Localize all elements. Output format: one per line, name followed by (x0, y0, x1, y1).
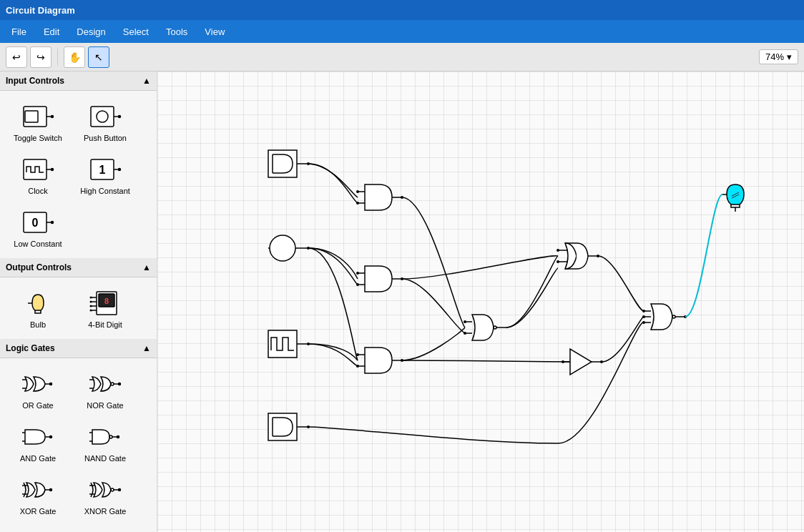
high-constant-label: High Constant (80, 187, 130, 195)
zoom-value: 74% (765, 51, 784, 62)
zoom-dropdown-icon: ▾ (787, 51, 792, 62)
svg-point-24 (90, 297, 92, 299)
menu-select[interactable]: Select (114, 24, 157, 40)
section-logic-gates-label: Logic Gates (6, 343, 55, 353)
svg-point-48 (117, 436, 119, 438)
section-output-controls[interactable]: Output Controls ▲ (0, 258, 157, 277)
component-push-button[interactable]: Push Button (73, 97, 137, 147)
svg-point-43 (50, 436, 52, 438)
4bit-digit-icon: 8 (84, 287, 127, 319)
component-4bit-digit[interactable]: 8 4-Bit Digit (73, 283, 137, 333)
redo-button[interactable]: ↪ (30, 46, 52, 68)
xnor-gate-icon (84, 474, 127, 506)
svg-point-10 (52, 169, 54, 171)
4bit-digit-label: 4-Bit Digit (88, 320, 122, 329)
circuit-diagram-svg (157, 72, 804, 532)
sidebar: Input Controls ▲ Toggle Switch (0, 72, 157, 532)
toolbar-separator (57, 49, 58, 66)
nand-gate-icon (84, 421, 127, 453)
svg-point-5 (97, 111, 108, 122)
toggle-switch-label: Toggle Switch (14, 134, 62, 142)
component-xor-gate[interactable]: XOR Gate (6, 470, 70, 520)
svg-point-26 (90, 301, 92, 303)
component-low-constant[interactable]: 0 Low Constant (6, 202, 70, 252)
section-logic-gates-chevron: ▲ (142, 343, 151, 353)
svg-marker-109 (570, 349, 592, 375)
svg-point-44 (109, 435, 112, 438)
menu-edit[interactable]: Edit (35, 24, 68, 40)
svg-point-57 (119, 489, 121, 491)
section-input-controls-label: Input Controls (6, 76, 64, 86)
menu-design[interactable]: Design (68, 24, 114, 40)
svg-point-28 (90, 305, 92, 307)
svg-text:8: 8 (104, 297, 109, 305)
and-gate-label: AND Gate (20, 454, 56, 463)
nor-gate-label: NOR Gate (87, 401, 123, 410)
svg-point-95 (494, 326, 496, 329)
section-logic-gates[interactable]: Logic Gates ▲ (0, 339, 157, 358)
svg-rect-1 (25, 111, 38, 122)
low-constant-icon: 0 (16, 207, 59, 238)
app-title: Circuit Diagram (6, 5, 75, 16)
svg-point-7 (119, 116, 121, 118)
or-gate-icon (16, 368, 59, 400)
svg-point-35 (111, 383, 114, 385)
xor-gate-label: XOR Gate (20, 507, 57, 516)
pan-button[interactable]: ✋ (64, 46, 85, 68)
menu-file[interactable]: File (3, 24, 35, 40)
menubar: File Edit Design Select Tools View (0, 20, 804, 43)
clock-label: Clock (28, 187, 48, 195)
svg-point-30 (90, 310, 92, 312)
svg-point-114 (672, 315, 675, 318)
xnor-gate-label: XNOR Gate (84, 507, 127, 516)
component-clock[interactable]: Clock (6, 149, 70, 200)
undo-button[interactable]: ↩ (6, 46, 27, 68)
section-output-controls-label: Output Controls (6, 262, 72, 272)
circuit-canvas[interactable] (157, 72, 804, 532)
svg-point-14 (119, 169, 121, 171)
component-xnor-gate[interactable]: XNOR Gate (73, 470, 137, 520)
section-input-controls[interactable]: Input Controls ▲ (0, 72, 157, 91)
svg-point-52 (50, 489, 52, 491)
svg-point-39 (119, 383, 121, 385)
component-or-gate[interactable]: OR Gate (6, 364, 70, 414)
component-high-constant[interactable]: 1 High Constant (73, 149, 137, 200)
bulb-icon (16, 287, 59, 319)
high-constant-icon: 1 (84, 154, 127, 185)
low-constant-label: Low Constant (14, 240, 62, 248)
svg-point-81 (356, 190, 359, 193)
menu-view[interactable]: View (196, 24, 233, 40)
zoom-control[interactable]: 74% ▾ (759, 49, 798, 64)
nor-gate-icon (84, 368, 127, 400)
input-controls-content: Toggle Switch Push Button (0, 91, 157, 258)
menu-tools[interactable]: Tools (157, 24, 196, 40)
svg-point-53 (111, 488, 114, 491)
svg-point-34 (50, 383, 52, 385)
component-toggle-switch[interactable]: Toggle Switch (6, 97, 70, 147)
push-button-icon (84, 101, 127, 132)
svg-text:1: 1 (99, 164, 106, 176)
component-bulb[interactable]: Bulb (6, 283, 70, 333)
svg-point-3 (52, 116, 54, 118)
component-and-gate[interactable]: AND Gate (6, 417, 70, 467)
nand-gate-label: NAND Gate (84, 454, 126, 463)
component-nand-gate[interactable]: NAND Gate (73, 417, 137, 467)
svg-point-18 (52, 222, 54, 224)
toggle-switch-icon (16, 101, 59, 132)
component-nor-gate[interactable]: NOR Gate (73, 364, 137, 414)
clock-icon (16, 154, 59, 185)
bulb-label: Bulb (30, 320, 46, 329)
logic-gates-content: OR Gate NOR Gate (0, 358, 157, 526)
section-output-controls-chevron: ▲ (142, 262, 151, 272)
svg-point-99 (464, 320, 466, 323)
toolbar: ↩ ↪ ✋ ↖ 74% ▾ (0, 43, 804, 72)
titlebar: Circuit Diagram (0, 0, 804, 20)
svg-point-107 (557, 260, 559, 263)
select-button[interactable]: ↖ (88, 46, 109, 68)
push-button-label: Push Button (84, 134, 127, 142)
svg-point-64 (270, 235, 295, 261)
or-gate-label: OR Gate (22, 401, 53, 410)
svg-point-106 (557, 249, 559, 252)
xor-gate-icon (16, 474, 59, 506)
section-input-controls-chevron: ▲ (142, 76, 151, 86)
